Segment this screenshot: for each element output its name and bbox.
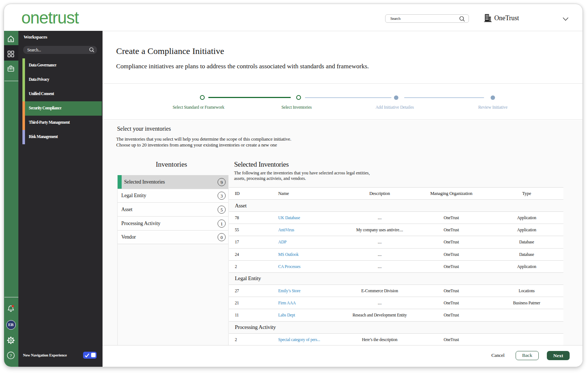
svg-text:?: ? [10,353,12,358]
